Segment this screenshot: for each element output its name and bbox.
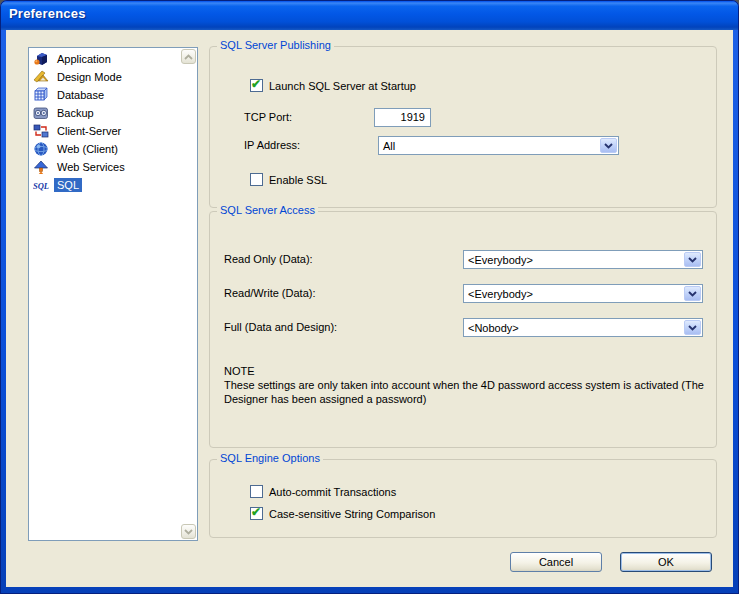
- client-server-icon: [33, 123, 49, 139]
- preferences-tree: Application Design Mode Database: [28, 47, 198, 541]
- cancel-button[interactable]: Cancel: [510, 552, 602, 572]
- read-only-dropdown[interactable]: <Everybody>: [463, 250, 703, 269]
- note-title: NOTE: [224, 364, 718, 378]
- scroll-up-button[interactable]: [181, 49, 196, 64]
- tree-item-label: Database: [54, 88, 107, 102]
- dropdown-arrow-button[interactable]: [600, 138, 617, 153]
- preferences-window: Preferences Application Design Mode: [0, 0, 739, 594]
- read-write-dropdown[interactable]: <Everybody>: [463, 284, 703, 303]
- tree-item-application[interactable]: Application: [31, 50, 179, 68]
- dropdown-arrow-button[interactable]: [684, 252, 701, 267]
- window-title: Preferences: [9, 6, 86, 21]
- tree-item-database[interactable]: Database: [31, 86, 179, 104]
- launch-sql-server-label: Launch SQL Server at Startup: [269, 80, 416, 92]
- launch-sql-server-checkbox-row: Launch SQL Server at Startup: [250, 79, 416, 92]
- group-sql-server-publishing: SQL Server Publishing Launch SQL Server …: [209, 46, 717, 208]
- dropdown-arrow-button[interactable]: [684, 320, 701, 335]
- tree-item-web-client[interactable]: Web (Client): [31, 140, 179, 158]
- full-access-label: Full (Data and Design):: [224, 321, 337, 333]
- note-text: These settings are only taken into accou…: [224, 378, 718, 406]
- chevron-down-icon: [688, 291, 697, 297]
- chevron-up-icon: [184, 54, 193, 60]
- read-only-label: Read Only (Data):: [224, 253, 313, 265]
- tree-item-web-services[interactable]: Web Services: [31, 158, 179, 176]
- tree-item-label: Design Mode: [54, 70, 125, 84]
- tree-item-label: Web Services: [54, 160, 128, 174]
- svg-text:SQL: SQL: [33, 181, 49, 191]
- backup-icon: [33, 105, 49, 121]
- read-write-value: <Everybody>: [468, 288, 533, 300]
- tree-item-backup[interactable]: Backup: [31, 104, 179, 122]
- chevron-down-icon: [688, 257, 697, 263]
- tree-item-label: Backup: [54, 106, 97, 120]
- full-access-dropdown[interactable]: <Nobody>: [463, 318, 703, 337]
- case-sensitive-label: Case-sensitive String Comparison: [269, 508, 435, 520]
- enable-ssl-checkbox[interactable]: [250, 173, 263, 186]
- chevron-down-icon: [604, 143, 613, 149]
- group-title: SQL Server Publishing: [217, 39, 334, 51]
- web-services-icon: [33, 159, 49, 175]
- ok-button[interactable]: OK: [620, 552, 712, 572]
- group-title: SQL Server Access: [217, 204, 318, 216]
- auto-commit-checkbox[interactable]: [250, 485, 263, 498]
- tree-item-label: SQL: [54, 178, 82, 192]
- launch-sql-server-checkbox[interactable]: [250, 79, 263, 92]
- read-write-label: Read/Write (Data):: [224, 287, 316, 299]
- design-mode-icon: [33, 69, 49, 85]
- tree-item-label: Application: [54, 52, 114, 66]
- group-title: SQL Engine Options: [217, 452, 323, 464]
- auto-commit-checkbox-row: Auto-commit Transactions: [250, 485, 396, 498]
- tree-item-label: Client-Server: [54, 124, 124, 138]
- enable-ssl-label: Enable SSL: [269, 174, 327, 186]
- chevron-down-icon: [184, 529, 193, 535]
- access-note: NOTE These settings are only taken into …: [224, 364, 718, 406]
- full-access-value: <Nobody>: [468, 322, 519, 334]
- tcp-port-input[interactable]: 1919: [374, 108, 431, 127]
- case-sensitive-checkbox[interactable]: [250, 507, 263, 520]
- enable-ssl-checkbox-row: Enable SSL: [250, 173, 327, 186]
- dialog-body: Application Design Mode Database: [6, 30, 733, 587]
- ip-address-dropdown[interactable]: All: [378, 136, 619, 155]
- ip-address-value: All: [383, 140, 395, 152]
- tree-item-design-mode[interactable]: Design Mode: [31, 68, 179, 86]
- tree-item-client-server[interactable]: Client-Server: [31, 122, 179, 140]
- tree-item-label: Web (Client): [54, 142, 121, 156]
- database-icon: [33, 87, 49, 103]
- chevron-down-icon: [688, 325, 697, 331]
- dropdown-arrow-button[interactable]: [684, 286, 701, 301]
- tree-items: Application Design Mode Database: [31, 50, 179, 194]
- web-client-icon: [33, 141, 49, 157]
- auto-commit-label: Auto-commit Transactions: [269, 486, 396, 498]
- ip-address-label: IP Address:: [244, 139, 300, 151]
- case-sensitive-checkbox-row: Case-sensitive String Comparison: [250, 507, 435, 520]
- application-icon: [33, 51, 49, 67]
- tree-item-sql[interactable]: SQL SQL: [31, 176, 179, 194]
- title-bar[interactable]: Preferences: [1, 1, 738, 30]
- group-sql-server-access: SQL Server Access Read Only (Data): <Eve…: [209, 211, 717, 448]
- read-only-value: <Everybody>: [468, 254, 533, 266]
- scroll-down-button[interactable]: [181, 524, 196, 539]
- tcp-port-label: TCP Port:: [244, 111, 292, 123]
- group-sql-engine-options: SQL Engine Options Auto-commit Transacti…: [209, 459, 717, 538]
- sql-icon: SQL: [33, 177, 49, 193]
